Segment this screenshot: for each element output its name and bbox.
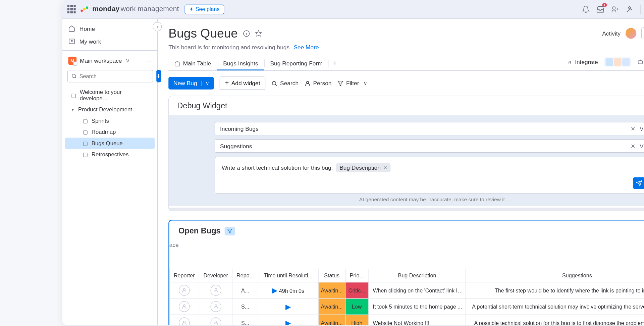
priority-cell[interactable]: Low: [345, 298, 368, 315]
debug-prompt-input[interactable]: Write a short technical solution for thi…: [215, 157, 644, 193]
toolbar-person[interactable]: Person: [304, 80, 331, 87]
remove-chip-icon[interactable]: ✕: [383, 165, 387, 170]
reporter-avatar[interactable]: [179, 301, 190, 312]
sidebar-item-roadmap[interactable]: ▢ Roadmap: [65, 126, 155, 138]
column-header[interactable]: Time until Resoluti...: [258, 269, 318, 282]
horizontal-scrollbar[interactable]: [169, 208, 644, 211]
clear-icon[interactable]: ✕: [631, 125, 636, 132]
tab-bug-reporting-form[interactable]: Bug Reporting Form: [264, 57, 328, 70]
add-view-button[interactable]: +: [329, 56, 341, 70]
repo-cell[interactable]: S...: [232, 298, 258, 315]
reporter-avatar[interactable]: [179, 317, 190, 325]
sidebar-item-welcome[interactable]: ▢ Welcome to your develope...: [65, 87, 155, 104]
inbox-icon[interactable]: 1: [596, 5, 604, 13]
integrate-button[interactable]: Integrate: [566, 59, 598, 65]
board-icon: ▢: [83, 151, 88, 158]
description-cell[interactable]: Website Not Working !!!: [368, 315, 466, 325]
star-icon[interactable]: [255, 30, 262, 37]
description-cell[interactable]: When clicking on the 'Contact' link I ..…: [368, 282, 466, 298]
collapse-sidebar-button[interactable]: ‹: [153, 22, 162, 31]
sidebar-item-bugs-queue[interactable]: ▢ Bugs Queue: [65, 138, 155, 149]
status-cell[interactable]: Awaitin...: [318, 282, 345, 298]
caret-down-icon: ▼: [71, 107, 75, 112]
svg-point-17: [215, 305, 217, 307]
debug-dropdown-incoming[interactable]: Incoming Bugs ✕ᐯ: [215, 122, 644, 135]
table-row[interactable]: S...▶ Awaitin...HighWebsite Not Working …: [169, 315, 644, 325]
time-cell[interactable]: ▶: [258, 298, 318, 315]
column-header[interactable]: Status: [318, 269, 345, 282]
open-bugs-overflow-text: ace: [169, 241, 644, 269]
toolbar-search[interactable]: Search: [271, 80, 299, 87]
filter-active-icon[interactable]: [225, 226, 235, 235]
svg-point-18: [183, 321, 185, 323]
workspace-selector[interactable]: M Main workspace ᐯ ⋯: [62, 53, 157, 68]
tab-main-table[interactable]: Main Table: [168, 57, 217, 70]
suggestion-cell[interactable]: A potential short-term technical solutio…: [466, 298, 644, 315]
repo-cell[interactable]: A...: [232, 282, 258, 298]
developer-avatar[interactable]: [210, 301, 221, 312]
table-row[interactable]: S...▶ Awaitin...LowIt took 5 minutes to …: [169, 298, 644, 315]
sidebar-home[interactable]: Home: [62, 22, 157, 35]
column-header[interactable]: Repo...: [232, 269, 258, 282]
tab-bugs-insights[interactable]: Bugs Insights: [217, 57, 264, 70]
sidebar-mywork[interactable]: My work: [62, 35, 157, 48]
workspace-menu-icon[interactable]: ⋯: [145, 57, 152, 65]
notifications-icon[interactable]: [582, 5, 590, 13]
automate-button[interactable]: Automate / 1: [637, 59, 644, 65]
column-header[interactable]: Reporter: [169, 269, 199, 282]
activity-avatar[interactable]: [626, 28, 636, 39]
see-more-link[interactable]: See More: [293, 44, 319, 50]
svg-point-3: [612, 6, 615, 9]
clear-icon[interactable]: ✕: [631, 143, 636, 149]
add-widget-button[interactable]: + Add widget: [219, 76, 265, 90]
send-button[interactable]: [633, 177, 644, 189]
see-plans-button[interactable]: ✦ See plans: [185, 4, 224, 14]
table-row[interactable]: A...▶ 49h 0m 0sAwaitin...Critic...When c…: [169, 282, 644, 298]
priority-cell[interactable]: High: [345, 315, 368, 325]
ai-disclaimer: AI generated content may be inaccurate, …: [215, 197, 644, 203]
suggestion-cell[interactable]: A possible technical solution for this b…: [466, 315, 644, 325]
description-cell[interactable]: It took 5 minutes to the home page ...: [368, 298, 466, 315]
chevron-down-icon[interactable]: ᐯ: [640, 125, 644, 132]
search-field[interactable]: [79, 73, 149, 79]
status-cell[interactable]: Awaitin...: [318, 315, 345, 325]
new-bug-button[interactable]: New Bug ᐯ: [168, 77, 214, 89]
play-icon[interactable]: ▶: [272, 286, 277, 294]
chevron-down-icon: ᐯ: [126, 58, 129, 63]
svg-point-12: [272, 81, 276, 85]
integration-logos[interactable]: [604, 57, 631, 66]
play-icon[interactable]: ▶: [285, 303, 291, 311]
column-header[interactable]: Bug Description: [368, 269, 466, 282]
sidebar-search-input[interactable]: [67, 70, 153, 82]
toolbar-filter[interactable]: Filter ᐯ: [337, 80, 367, 87]
column-chip[interactable]: Bug Description ✕: [336, 163, 390, 172]
sidebar-folder-product[interactable]: ▼ Product Development: [65, 104, 155, 115]
chevron-down-icon[interactable]: ᐯ: [201, 81, 209, 86]
priority-cell[interactable]: Critic...: [345, 282, 368, 298]
invite-members-icon[interactable]: [611, 5, 619, 13]
developer-avatar[interactable]: [210, 317, 221, 325]
apps-grid-icon[interactable]: [67, 5, 76, 13]
time-cell[interactable]: ▶ 49h 0m 0s: [258, 282, 318, 298]
column-header[interactable]: Developer: [199, 269, 232, 282]
status-cell[interactable]: Awaitin...: [318, 298, 345, 315]
chevron-down-icon[interactable]: ᐯ: [640, 143, 644, 149]
sidebar-item-retro[interactable]: ▢ Retrospectives: [65, 149, 155, 160]
developer-avatar[interactable]: [210, 285, 221, 295]
time-cell[interactable]: ▶: [258, 315, 318, 325]
info-icon[interactable]: [243, 30, 250, 37]
reporter-avatar[interactable]: [179, 285, 190, 295]
svg-point-14: [183, 288, 185, 290]
board-icon: ▢: [83, 118, 88, 124]
play-icon[interactable]: ▶: [285, 319, 291, 325]
debug-dropdown-suggestions[interactable]: Suggestions ✕ᐯ: [215, 139, 644, 153]
column-header[interactable]: Suggestions: [466, 269, 644, 282]
add-item-button[interactable]: +: [156, 70, 161, 82]
sidebar-item-sprints[interactable]: ▢ Sprints: [65, 115, 155, 126]
apps-icon[interactable]: [626, 5, 634, 13]
activity-link[interactable]: Activity: [602, 30, 621, 37]
invite-button[interactable]: Invite / 1: [641, 28, 644, 39]
column-header[interactable]: Prio...: [345, 269, 368, 282]
repo-cell[interactable]: S...: [232, 315, 258, 325]
suggestion-cell[interactable]: The first step would be to identify wher…: [466, 282, 644, 298]
